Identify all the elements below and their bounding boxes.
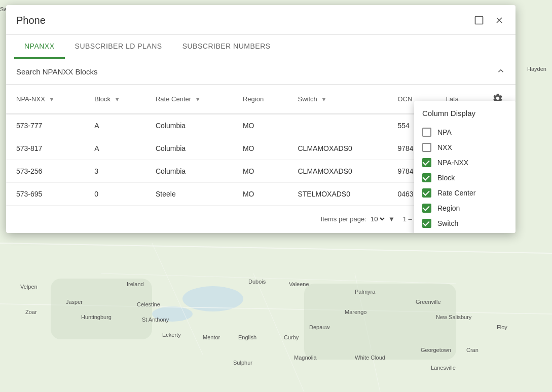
checkbox-switch	[422, 219, 431, 228]
map-label-new-salisbury: New Salisbury	[436, 314, 471, 320]
map-label-ireland: Ireland	[127, 281, 144, 287]
column-item-switch[interactable]: Switch	[422, 216, 507, 231]
sort-npa-nxx-icon: ▼	[49, 96, 54, 102]
search-chevron-icon	[496, 66, 505, 77]
modal-header: Phone	[6, 5, 516, 35]
map-label-english: English	[238, 334, 256, 340]
sort-switch-icon: ▼	[321, 96, 326, 102]
cell-region: MO	[233, 183, 288, 206]
cell-npa-nxx: 573-695	[6, 183, 84, 206]
column-item-npa-nxx[interactable]: NPA-NXX	[422, 155, 507, 170]
column-item-region[interactable]: Region	[422, 201, 507, 216]
map-label-magnolia: Magnolia	[294, 355, 317, 361]
column-item-npa[interactable]: NPA	[422, 125, 507, 140]
cell-npa-nxx: 573-777	[6, 114, 84, 137]
search-label: Search NPANXX Blocks	[16, 67, 98, 76]
map-label-huntingburg: Huntingburg	[81, 314, 112, 320]
map-label-depauw: Depauw	[309, 324, 329, 330]
column-label-switch: Switch	[437, 219, 458, 227]
maximize-button[interactable]	[471, 12, 487, 28]
col-header-switch[interactable]: Switch ▼	[287, 85, 387, 114]
column-item-block[interactable]: Block	[422, 170, 507, 185]
column-label-block: Block	[437, 174, 455, 182]
map-label-eckerty: Eckerty	[162, 332, 181, 338]
cell-block: 3	[84, 160, 145, 183]
map-label-curby: Curby	[284, 334, 299, 340]
cell-switch: CLMAMOXADS0	[287, 160, 387, 183]
map-label-georgetown: Georgetown	[421, 347, 451, 353]
map-label-jasper: Jasper	[66, 299, 83, 305]
map-label-lanesville: Lanesville	[431, 365, 456, 371]
items-per-page-select[interactable]: 10 25 50	[369, 215, 386, 223]
search-npanxx-bar[interactable]: Search NPANXX Blocks	[6, 59, 516, 85]
column-item-nxx[interactable]: NXX	[422, 140, 507, 155]
map-label-sulphur: Sulphur	[233, 360, 252, 366]
checkbox-block	[422, 173, 431, 182]
items-per-page: Items per page: 10 25 50 ▼	[321, 215, 395, 223]
modal-actions	[471, 12, 507, 28]
cell-rate-center: Columbia	[145, 160, 233, 183]
tab-subscriber-ld[interactable]: Subscriber LD Plans	[65, 35, 172, 59]
map-label-palmyra: Palmyra	[355, 289, 375, 295]
checkbox-nxx	[422, 143, 431, 152]
sort-block-icon: ▼	[115, 96, 120, 102]
cell-region: MO	[233, 137, 288, 160]
cell-switch: CLMAMOXADS0	[287, 137, 387, 160]
column-display-title: Column Display	[422, 109, 507, 117]
close-button[interactable]	[491, 12, 507, 28]
cell-npa-nxx: 573-817	[6, 137, 84, 160]
table-container: NPA-NXX ▼ Block ▼ Rate Center ▼ Region	[6, 85, 516, 205]
column-item-rate-center[interactable]: Rate Center	[422, 185, 507, 201]
map-label-st-anthony: St Anthony	[142, 317, 169, 323]
column-label-nxx: NXX	[437, 143, 452, 151]
cell-npa-nxx: 573-256	[6, 160, 84, 183]
tab-bar: NPANXX Subscriber LD Plans Subscriber Nu…	[6, 35, 516, 59]
map-label-celestine: Celestine	[137, 301, 160, 307]
map-label-dubois: Dubois	[248, 279, 266, 285]
column-label-npa-nxx: NPA-NXX	[437, 159, 468, 167]
svg-rect-9	[51, 279, 152, 339]
map-label-zoar: Zoar	[25, 309, 37, 315]
map-label-cran: Cran	[466, 347, 479, 353]
cell-block: A	[84, 114, 145, 137]
cell-rate-center: Columbia	[145, 114, 233, 137]
map-label-greenville: Greenville	[416, 299, 441, 305]
map-label-floy: Floy	[497, 324, 507, 330]
items-per-page-label: Items per page:	[321, 215, 366, 223]
checkbox-npa-nxx	[422, 158, 431, 167]
cell-switch	[287, 114, 387, 137]
map-label-mentor: Mentor	[203, 334, 220, 340]
col-header-block[interactable]: Block ▼	[84, 85, 145, 114]
col-header-region: Region	[233, 85, 288, 114]
modal-title: Phone	[16, 15, 46, 26]
col-header-rate-center[interactable]: Rate Center ▼	[145, 85, 233, 114]
sort-rate-center-icon: ▼	[195, 96, 201, 102]
cell-rate-center: Columbia	[145, 137, 233, 160]
cell-block: 0	[84, 183, 145, 206]
tab-npanxx[interactable]: NPANXX	[14, 35, 65, 59]
phone-modal: Phone NPANXX Subscriber LD Plans Subscri…	[6, 5, 516, 233]
map-label-velpen: Velpen	[20, 284, 38, 290]
map-label-marengo: Marengo	[345, 309, 366, 315]
cell-region: MO	[233, 114, 288, 137]
cell-rate-center: Steele	[145, 183, 233, 206]
cell-switch: STELMOXADS0	[287, 183, 387, 206]
cell-region: MO	[233, 160, 288, 183]
dropdown-arrow-icon: ▼	[388, 215, 395, 223]
map-label-hayden: Hayden	[527, 66, 546, 72]
svg-rect-11	[475, 17, 483, 24]
column-item-ocn[interactable]: OCN	[422, 231, 507, 233]
column-label-region: Region	[437, 204, 460, 212]
checkbox-region	[422, 204, 431, 213]
checkbox-rate center	[422, 188, 431, 198]
col-header-npa-nxx[interactable]: NPA-NXX ▼	[6, 85, 84, 114]
column-label-npa: NPA	[437, 128, 452, 136]
tab-subscriber-numbers[interactable]: Subscriber Numbers	[172, 35, 281, 59]
checkbox-npa	[422, 128, 431, 137]
column-display-panel: Column Display NPANXXNPA-NXXBlockRate Ce…	[414, 101, 516, 233]
map-label-valeene: Valeene	[289, 281, 309, 287]
map-label-white-cloud: White Cloud	[355, 355, 385, 361]
column-label-rate center: Rate Center	[437, 189, 475, 197]
cell-block: A	[84, 137, 145, 160]
